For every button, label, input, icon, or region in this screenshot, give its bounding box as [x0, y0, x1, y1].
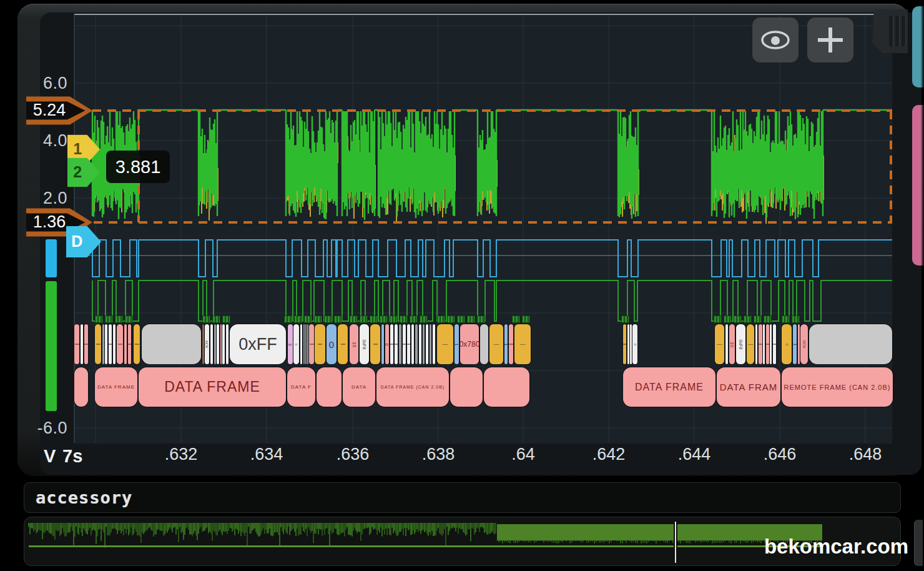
decoder-field[interactable] — [134, 324, 140, 364]
decoder-field[interactable]: — — [437, 324, 453, 364]
decoder-field[interactable] — [214, 324, 216, 364]
decoder-field[interactable] — [630, 324, 632, 364]
decoder-field[interactable]: 1 — [504, 324, 508, 364]
decoder-frame[interactable] — [484, 367, 529, 407]
decoder-field[interactable] — [315, 324, 325, 364]
decoder-frame[interactable]: DATA FRAM — [717, 367, 780, 407]
decoder-frame[interactable] — [317, 367, 342, 407]
decoder-field[interactable] — [84, 324, 88, 364]
decoder-field[interactable]: 1 — [455, 324, 459, 364]
decoder-field[interactable] — [113, 324, 115, 364]
decoder-field[interactable]: 15 — [350, 324, 358, 364]
decoder-field[interactable] — [303, 324, 305, 364]
decoder-field[interactable]: 0x780 — [460, 324, 479, 364]
decoder-field[interactable]: 10 — [729, 324, 735, 364]
decoder-field[interactable]: 1 — [793, 324, 797, 364]
panel-grip[interactable] — [872, 9, 908, 53]
decoder-frame[interactable] — [74, 367, 88, 407]
decoder-field[interactable] — [773, 324, 776, 364]
decoder-field[interactable]: 0 — [385, 324, 389, 364]
accessory-bar[interactable]: accessory — [24, 482, 901, 513]
decoder-field[interactable] — [102, 324, 104, 364]
decoder-field[interactable]: 0xF8 — [360, 324, 369, 364]
minimap-cursor[interactable] — [674, 522, 677, 563]
decoder-field[interactable] — [627, 324, 629, 364]
decoder-field[interactable] — [390, 324, 393, 364]
decoder-field[interactable] — [217, 324, 219, 364]
decoder-frame[interactable]: DATA FRAME — [623, 367, 715, 407]
eye-button[interactable] — [752, 17, 799, 62]
decoder-field[interactable] — [770, 324, 772, 364]
decoder-field[interactable] — [399, 324, 401, 364]
decoder-frame[interactable]: DATA — [343, 367, 375, 407]
decoder-field[interactable] — [370, 324, 380, 364]
decoder-field[interactable] — [117, 324, 123, 364]
decoder-field[interactable] — [305, 324, 307, 364]
decoder-frame[interactable]: DATA FRAME (CAN 2.0B) — [376, 367, 449, 407]
decoder-field[interactable] — [766, 324, 769, 364]
decoder-field[interactable] — [307, 324, 308, 364]
decoder-field-mark — [96, 344, 101, 345]
decoder-field[interactable] — [109, 324, 112, 364]
decoder-field[interactable] — [210, 324, 213, 364]
decoder-field[interactable] — [426, 324, 428, 364]
decoder-field[interactable] — [403, 324, 406, 364]
decoder-field[interactable] — [755, 324, 757, 364]
decoder-field[interactable] — [407, 324, 410, 364]
decoder-field[interactable] — [415, 324, 418, 364]
side-tab-teal[interactable] — [912, 6, 924, 87]
decoder-field[interactable] — [124, 324, 127, 364]
decoder-field[interactable]: 0xFF — [230, 324, 286, 364]
decoder-field[interactable] — [419, 324, 421, 364]
decoder-field[interactable]: = — [632, 324, 637, 364]
decoder-field[interactable] — [226, 324, 229, 364]
decoder-field[interactable] — [809, 324, 892, 364]
decoder-field[interactable] — [763, 324, 765, 364]
decoder-field[interactable] — [725, 324, 728, 364]
decoder-field[interactable]: — — [514, 324, 531, 364]
decoder-frame[interactable] — [450, 367, 483, 407]
decoder-field[interactable]: — — [747, 324, 754, 364]
decoder-field[interactable] — [202, 324, 204, 364]
decoder-field[interactable]: — — [715, 324, 724, 364]
decoder-frame[interactable]: REMOTE FRAME (CAN 2.0B) — [782, 367, 893, 407]
decoder-field[interactable] — [423, 324, 425, 364]
decoder-field[interactable] — [433, 324, 435, 364]
decoder-field[interactable] — [142, 324, 201, 364]
decoder-field[interactable] — [381, 324, 384, 364]
decoder-field[interactable]: 0xF8 — [736, 324, 745, 364]
decoder-field[interactable] — [105, 324, 107, 364]
decoder-field[interactable] — [74, 324, 79, 364]
decoder-field[interactable] — [411, 324, 414, 364]
decoder-field[interactable] — [300, 324, 302, 364]
decoder-field[interactable] — [509, 324, 513, 364]
decoder-field[interactable]: 3 — [288, 324, 293, 364]
decoder-field[interactable] — [395, 324, 398, 364]
decoder-field[interactable] — [623, 324, 626, 364]
decoder-field[interactable] — [430, 324, 431, 364]
decoder-field[interactable]: RTR — [800, 324, 808, 364]
decoder-field[interactable] — [309, 324, 314, 364]
decoder-frame[interactable]: DATA FRAME — [95, 367, 137, 407]
decoder-field[interactable] — [480, 324, 488, 364]
decoder-field[interactable] — [222, 324, 225, 364]
minimap-handle[interactable] — [914, 520, 923, 566]
decoder-frame[interactable]: DATA F — [287, 367, 315, 407]
decoder-frame[interactable]: DATA FRAME — [139, 367, 286, 407]
decoder-field[interactable] — [220, 324, 222, 364]
decoder-field[interactable] — [128, 324, 131, 364]
decoder-field[interactable]: = — [782, 324, 792, 364]
decoder-field[interactable]: 0 — [327, 324, 337, 364]
add-button[interactable] — [807, 17, 853, 62]
decoder-field[interactable]: = — [293, 324, 299, 364]
decoder-bit-tick — [792, 315, 800, 323]
decoder-field[interactable] — [95, 324, 101, 364]
side-tab-pink[interactable] — [912, 105, 924, 266]
decoder-field[interactable] — [81, 324, 83, 364]
decoder-field[interactable]: — — [489, 324, 503, 364]
decoder-field[interactable]: ACK — [205, 324, 209, 364]
decoder-field[interactable] — [798, 324, 800, 364]
decoder-field[interactable] — [338, 324, 348, 364]
decoder-field[interactable] — [759, 324, 762, 364]
decoder-field-mark — [109, 344, 112, 345]
